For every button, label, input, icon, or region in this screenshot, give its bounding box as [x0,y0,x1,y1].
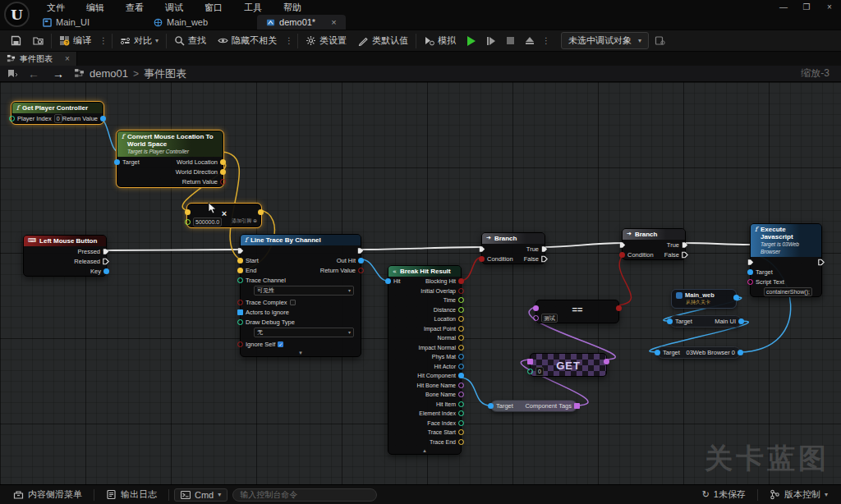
value-field[interactable]: 测试 [541,314,558,323]
value-field[interactable]: containerShow(); [764,287,812,296]
menu-view[interactable]: 查看 [115,0,154,15]
diff-button[interactable]: 对比 ▾ [114,30,164,51]
element-index-pin[interactable] [458,410,464,416]
output-pin[interactable] [733,295,739,300]
pin-pin[interactable] [604,359,609,364]
pin-pin[interactable] [185,209,191,215]
target-pin[interactable] [114,159,120,165]
target-pin[interactable] [667,318,673,324]
face-index-pin[interactable] [458,420,464,426]
pin-pin[interactable] [527,369,533,374]
pin-pin[interactable] [619,241,626,249]
draw-debug-type-pin[interactable] [237,319,243,325]
asset-tab-main-web[interactable]: Main_web [147,15,214,30]
simulate-button[interactable]: 模拟 [418,30,462,51]
main-ui-pin[interactable] [738,318,744,324]
maximize-button[interactable]: ❐ [795,0,818,15]
nav-back-arrow[interactable]: ← [25,67,43,80]
enum-dropdown[interactable]: 无▾ [254,328,354,337]
distance-pin[interactable] [458,307,464,313]
node-get-main-ui[interactable]: TargetMain UI [669,315,742,328]
true-pin[interactable] [541,245,548,253]
released-pin[interactable] [103,258,109,265]
value-field[interactable]: 0 [535,367,544,376]
target-pin[interactable] [747,269,753,275]
time-pin[interactable] [458,297,464,303]
actors-to-ignore-pin[interactable] [237,309,243,315]
blocking-hit-pin[interactable] [458,278,464,284]
pin-pin[interactable] [357,247,364,254]
graph-canvas[interactable]: fGet Player ControllerPlayer Index0Retur… [0,82,841,484]
breadcrumb-graph[interactable]: 事件图表 [144,66,186,81]
collapse-chevron[interactable]: ▴ [388,447,461,454]
false-pin[interactable] [682,251,688,259]
impact-point-pin[interactable] [458,326,464,332]
hit-bone-name-pin[interactable] [458,383,464,388]
debug-filter-button[interactable] [649,30,671,51]
pin-pin[interactable] [237,247,244,254]
console-command-input[interactable] [232,488,377,502]
phys-mat-pin[interactable] [458,354,464,360]
unreal-logo-icon[interactable]: U [4,2,30,27]
03web-browser-0-pin[interactable] [738,350,743,355]
asset-tab-demo01[interactable]: demo01* × [257,15,345,30]
node-execute-javascript[interactable]: fExecute JavascriptTarget is 03Web Brows… [750,223,822,297]
play-options-kebab[interactable]: ⋮ [540,36,553,45]
pin-pin[interactable] [258,209,264,215]
pin-pin[interactable] [533,315,539,321]
node-convert-mouse-location-to-world-space[interactable]: fConvert Mouse Location To World SpaceTa… [117,131,223,187]
target-pin[interactable] [655,350,660,355]
value-field[interactable]: 0 [54,114,62,123]
save-button[interactable] [5,30,27,51]
menu-file[interactable]: 文件 [36,0,76,15]
compile-button[interactable]: ? 编译 [53,30,97,51]
menu-tools[interactable]: 工具 [233,0,273,15]
stop-button[interactable] [501,30,520,51]
nav-forward-arrow[interactable]: → [49,67,67,80]
trace-channel-pin[interactable] [237,277,243,283]
hide-unrelated-button[interactable]: 隐藏不相关 [212,30,283,51]
pin-pin[interactable] [818,259,825,266]
asset-tab-main-ui[interactable]: Main_UI [36,15,96,30]
tab-event-graph[interactable]: 事件图表 × [0,52,77,66]
bone-name-pin[interactable] [458,392,464,397]
unsaved-button[interactable]: ↻ 1未保存 [696,488,752,501]
close-button[interactable]: × [818,0,841,15]
node-main-web-var[interactable]: Main_web从持久关卡 [671,289,737,309]
node-break-hit-result[interactable]: «Break Hit ResultHitBlocking HitInitial … [388,265,462,455]
trace-complex-pin[interactable] [237,300,243,305]
menu-edit[interactable]: 编辑 [76,0,115,15]
true-pin[interactable] [682,241,688,249]
node-branch-2[interactable]: ➔BranchTrueConditionFalse [622,228,686,260]
class-defaults-button[interactable]: 类默认值 [352,30,414,51]
browse-button[interactable] [27,30,49,51]
eject-button[interactable] [520,30,540,51]
node-get-web-browser[interactable]: Target03Web Browser 0 [657,346,741,359]
output-log-button[interactable]: 输出日志 [99,485,163,504]
condition-pin[interactable] [619,252,625,258]
return-value-pin[interactable] [100,116,106,121]
collapse-chevron[interactable]: ▾ [241,349,361,356]
world-location-pin[interactable] [220,159,226,165]
menu-help[interactable]: 帮助 [273,0,312,15]
value-field[interactable]: 500000.0 [193,218,222,227]
node-get-component-tags[interactable]: TargetComponent Tags [490,400,577,412]
checkbox[interactable]: ✓ [278,341,283,347]
menu-debug[interactable]: 调试 [154,0,194,15]
node-get-player-controller[interactable]: fGet Player ControllerPlayer Index0Retur… [11,102,103,124]
initial-overlap-pin[interactable] [458,288,464,294]
debug-object-dropdown[interactable]: 未选中调试对象 ▾ [561,32,649,49]
normal-pin[interactable] [458,335,464,341]
node-line-trace-by-channel[interactable]: fLine Trace By ChannelStartOut HitEndRet… [240,234,361,357]
out-hit-pin[interactable] [358,258,364,263]
pin-pin[interactable] [527,359,533,364]
trace-start-pin[interactable] [458,429,464,435]
trace-end-pin[interactable] [458,439,464,445]
return-value-pin[interactable] [220,179,226,185]
node-left-mouse-button[interactable]: ⌨Left Mouse ButtonPressedReleasedKey [23,235,107,277]
target-pin[interactable] [488,403,494,409]
frame-skip-button[interactable] [481,30,501,51]
menu-window[interactable]: 窗口 [194,0,233,15]
ignore-self-pin[interactable] [237,341,243,347]
hit-item-pin[interactable] [458,401,464,407]
